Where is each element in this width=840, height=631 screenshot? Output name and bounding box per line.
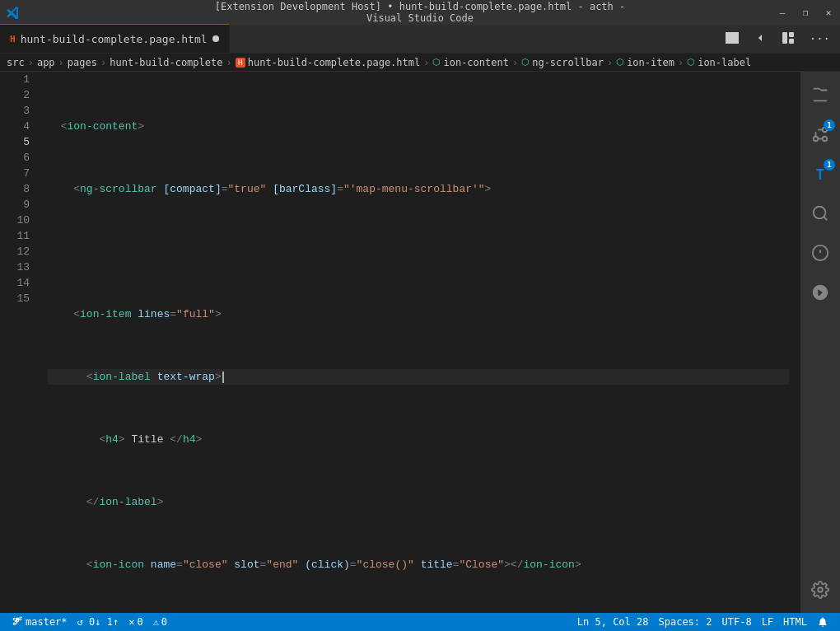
breadcrumb-sep5: ›: [423, 57, 429, 68]
breadcrumb-sep8: ›: [678, 57, 684, 68]
breadcrumb-pages[interactable]: pages: [68, 57, 97, 68]
title-bar-controls[interactable]: — ❐ ✕: [777, 7, 833, 17]
branch-status[interactable]: master*: [7, 613, 72, 631]
errors-icon: ✕: [128, 616, 134, 628]
breadcrumb-sep6: ›: [512, 57, 518, 68]
code-line-1: <ion-content>: [48, 119, 789, 134]
line-num-1: 1: [0, 72, 41, 87]
breadcrumb-file-item[interactable]: H hunt-build-complete.page.html: [236, 57, 421, 68]
line-num-12: 12: [0, 244, 41, 259]
active-tab[interactable]: H hunt-build-complete.page.html: [0, 24, 230, 53]
status-right: Ln 5, Col 28 Spaces: 2 UTF-8 LF HTML: [572, 616, 833, 628]
encoding-status[interactable]: UTF-8: [717, 616, 757, 628]
svg-rect-0: [782, 32, 787, 44]
tab-filename: hunt-build-complete.page.html: [21, 33, 208, 45]
breadcrumb-ion-label[interactable]: ⬡ ion-label: [687, 57, 751, 68]
notifications-status[interactable]: [812, 616, 833, 628]
svg-point-3: [814, 137, 819, 142]
warnings-icon: ⚠: [153, 616, 159, 628]
title-bar: [Extension Development Host] • hunt-buil…: [0, 0, 840, 25]
line-ending-status[interactable]: LF: [757, 616, 778, 628]
sync-status[interactable]: ↺ 0↓ 1↑: [72, 613, 124, 631]
errors-status[interactable]: ✕ 0: [124, 613, 147, 631]
title-bar-left: [7, 6, 20, 19]
breadcrumb-sep1: ›: [28, 57, 34, 68]
svg-rect-2: [789, 39, 794, 44]
svg-line-10: [824, 217, 827, 220]
line-num-7: 7: [0, 166, 41, 181]
breadcrumb-ion-content-label: ion-content: [443, 57, 508, 68]
maximize-button[interactable]: ❐: [800, 7, 810, 17]
position-status[interactable]: Ln 5, Col 28: [572, 616, 654, 628]
activity-bar-bottom: [800, 570, 840, 613]
breadcrumb-hunt-build[interactable]: hunt-build-complete: [110, 57, 222, 68]
debug-icon[interactable]: [800, 233, 840, 273]
branch-name: master*: [26, 616, 68, 628]
position-text: Ln 5, Col 28: [577, 616, 649, 628]
extensions-icon[interactable]: T 1: [800, 154, 840, 194]
text-cursor: [222, 372, 224, 383]
line-num-13: 13: [0, 259, 41, 275]
breadcrumb-ion-item-label: ion-item: [627, 57, 674, 68]
svg-rect-1: [789, 32, 794, 37]
line-numbers: 1 2 3 4 5 6 7 8 9 10 11 12 13 14 15: [0, 72, 41, 613]
line-num-4: 4: [0, 119, 41, 134]
remote-icon[interactable]: [800, 273, 840, 312]
breadcrumb-ion-item[interactable]: ⬡ ion-item: [616, 57, 674, 68]
svg-point-14: [818, 587, 823, 592]
split-editor-button[interactable]: [722, 30, 742, 49]
sync-text: ↺ 0↓ 1↑: [77, 616, 119, 628]
code-line-6: <h4> Title </h4>: [48, 432, 789, 447]
source-control-badge: 1: [824, 119, 835, 131]
language-text: HTML: [783, 616, 807, 628]
line-num-11: 11: [0, 228, 41, 244]
main-area: 1 2 3 4 5 6 7 8 9 10 11 12 13 14 15: [0, 72, 840, 613]
breadcrumb-app[interactable]: app: [37, 57, 55, 68]
minimize-button[interactable]: —: [777, 7, 787, 17]
encoding-text: UTF-8: [722, 616, 752, 628]
breadcrumb-ion-item-icon: ⬡: [616, 57, 624, 68]
explorer-icon[interactable]: [800, 75, 840, 115]
code-line-2: <ng-scrollbar [compact]="true" [barClass…: [48, 181, 789, 197]
code-line-8: <ion-icon name="close" slot="end" (click…: [48, 557, 789, 573]
source-control-icon[interactable]: 1: [800, 115, 840, 154]
breadcrumb: src › app › pages › hunt-build-complete …: [0, 54, 840, 72]
breadcrumb-ion-content-icon: ⬡: [432, 57, 441, 68]
line-num-9: 9: [0, 197, 41, 213]
line-num-3: 3: [0, 103, 41, 119]
breadcrumb-ion-label-label: ion-label: [698, 57, 751, 68]
breadcrumb-ion-content[interactable]: ⬡ ion-content: [432, 57, 508, 68]
tab-modified-indicator: [212, 35, 219, 42]
status-bar: master* ↺ 0↓ 1↑ ✕ 0 ⚠ 0 Ln 5, Col 28 Spa…: [0, 613, 840, 631]
navigate-back-button[interactable]: [750, 30, 770, 49]
activity-bar: 1 T 1: [800, 72, 840, 613]
code-content[interactable]: <ion-content> <ng-scrollbar [compact]="t…: [41, 72, 789, 613]
breadcrumb-sep3: ›: [100, 57, 106, 68]
line-num-14: 14: [0, 275, 41, 291]
tab-bar: H hunt-build-complete.page.html ···: [0, 25, 840, 54]
line-num-8: 8: [0, 181, 41, 197]
settings-icon[interactable]: [800, 570, 840, 610]
more-actions-button[interactable]: ···: [806, 30, 833, 47]
spaces-text: Spaces: 2: [658, 616, 712, 628]
tab-html-icon: H: [10, 34, 16, 44]
line-num-10: 10: [0, 213, 41, 228]
breadcrumb-sep7: ›: [607, 57, 613, 68]
language-status[interactable]: HTML: [778, 616, 812, 628]
breadcrumb-filename: hunt-build-complete.page.html: [248, 57, 421, 68]
warnings-status[interactable]: ⚠ 0: [148, 613, 172, 631]
spaces-status[interactable]: Spaces: 2: [653, 616, 716, 628]
breadcrumb-html-icon: H: [236, 58, 245, 68]
search-icon[interactable]: [800, 194, 840, 233]
breadcrumb-ng-scrollbar[interactable]: ⬡ ng-scrollbar: [521, 57, 604, 68]
errors-count: 0: [137, 616, 142, 628]
line-num-5: 5: [0, 134, 41, 150]
svg-point-5: [823, 137, 828, 142]
code-line-3: [48, 244, 789, 259]
editor-layout-button[interactable]: [778, 30, 798, 49]
extensions-badge: 1: [824, 159, 835, 171]
breadcrumb-src[interactable]: src: [7, 57, 25, 68]
code-editor[interactable]: 1 2 3 4 5 6 7 8 9 10 11 12 13 14 15: [0, 72, 800, 613]
close-button[interactable]: ✕: [824, 7, 833, 17]
scrollbar-gutter: [789, 72, 800, 613]
